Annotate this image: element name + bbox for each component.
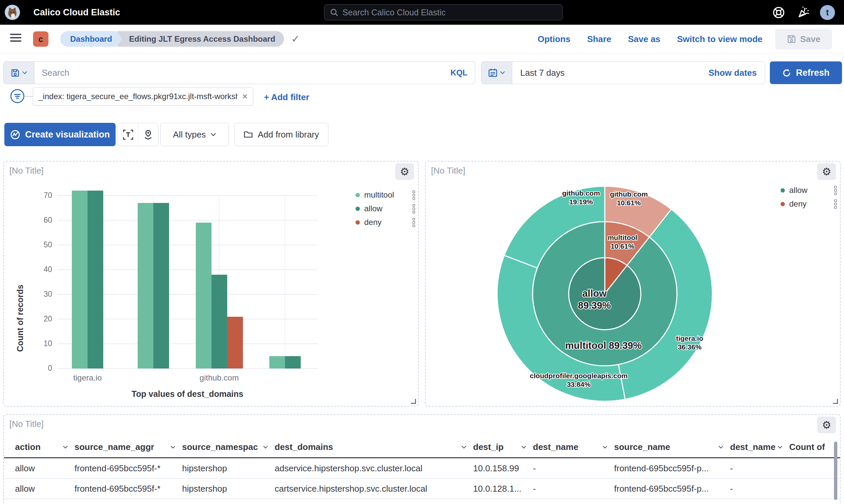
remove-filter-icon[interactable]: × (242, 91, 247, 102)
chevron-down-icon (500, 71, 505, 74)
menu-icon[interactable] (10, 34, 21, 42)
bar-segment-allow[interactable] (211, 275, 227, 368)
table-cell: frontend-695bcc595f-* (74, 484, 182, 494)
bar-segment-multitool[interactable] (72, 191, 88, 368)
chevron-down-icon (22, 71, 28, 74)
saved-query-menu[interactable] (4, 62, 34, 84)
add-map-button[interactable] (138, 123, 158, 146)
share-button[interactable]: Share (587, 34, 611, 44)
bar-segment-multitool[interactable] (196, 223, 211, 368)
legend-item-allow[interactable]: allow (780, 185, 837, 195)
column-header-source_namespac[interactable]: source_namespac (182, 442, 275, 452)
panel-settings-gear-icon[interactable]: ⚙ (817, 417, 836, 433)
table-scrollbar[interactable] (834, 442, 837, 500)
query-language-button[interactable]: KQL (450, 68, 475, 77)
legend-actions-icon[interactable] (413, 191, 415, 200)
saved-query-disk-icon (11, 68, 20, 77)
legend-dot (356, 220, 360, 224)
text-markup-icon (123, 129, 133, 140)
global-search[interactable] (324, 4, 563, 20)
user-avatar[interactable]: t (820, 5, 835, 20)
legend-item-deny[interactable]: deny (780, 199, 837, 209)
kql-search-input[interactable] (34, 62, 450, 84)
date-picker-group: Last 7 days Show dates (481, 61, 765, 84)
table-row: allowfrontend-695bcc595f-*hipstershopcar… (4, 479, 840, 499)
legend-dot (356, 206, 360, 211)
bar-segment-multitool[interactable] (138, 203, 153, 368)
legend-actions-icon[interactable] (413, 204, 415, 213)
chevron-down-icon (210, 133, 216, 137)
filter-menu-icon[interactable] (10, 89, 25, 104)
legend-actions-icon[interactable] (834, 200, 837, 209)
legend-dot (356, 193, 360, 197)
y-axis-tick: 40 (31, 265, 52, 274)
table-panel: [No Title] ⚙ actionsource_name_aggrsourc… (3, 414, 841, 504)
legend-item-allow[interactable]: allow (356, 204, 415, 213)
help-icon[interactable] (773, 6, 785, 19)
column-header-Count of[interactable]: Count of (789, 442, 839, 452)
options-button[interactable]: Options (538, 34, 570, 44)
legend-label: allow (364, 204, 383, 213)
column-header-dest_name[interactable]: dest_name (730, 442, 789, 452)
map-pin-layers-icon (143, 129, 153, 140)
table-cell: hipstershop (182, 463, 275, 474)
breadcrumb-current: Editing JLT Egress Access Dashboard (118, 31, 284, 47)
legend-item-deny[interactable]: deny (356, 218, 415, 227)
all-types-dropdown[interactable]: All types (160, 123, 229, 146)
add-filter-button[interactable]: + Add filter (264, 92, 309, 103)
add-text-button[interactable] (118, 123, 138, 146)
y-axis-tick: 30 (31, 290, 52, 299)
save-button[interactable]: Save (775, 29, 832, 49)
column-header-source_name[interactable]: source_name (614, 442, 730, 452)
quick-add-group (118, 123, 158, 146)
table-cell: - (730, 484, 789, 494)
refresh-button[interactable]: Refresh (770, 61, 842, 84)
breadcrumb-dashboard[interactable]: Dashboard (60, 31, 117, 47)
add-from-library-button[interactable]: Add from library (234, 123, 328, 146)
save-as-button[interactable]: Save as (628, 34, 660, 44)
table-cell: - (533, 463, 614, 474)
panel-settings-gear-icon[interactable]: ⚙ (817, 163, 836, 180)
date-picker-menu[interactable] (481, 62, 512, 84)
y-axis-tick: 50 (31, 240, 52, 249)
refresh-icon (782, 68, 791, 77)
calico-cat-logo (5, 5, 20, 20)
bar-segment-multitool[interactable] (269, 356, 285, 368)
nav-actions: Options Share Save as Switch to view mod… (538, 25, 762, 53)
calendar-icon (488, 68, 498, 77)
bar-segment-allow[interactable] (285, 356, 301, 368)
create-visualization-button[interactable]: Create visualization (4, 123, 116, 146)
y-axis-title: Count of records (15, 212, 25, 352)
top-app-bar: Calico Cloud Elastic t (0, 0, 844, 25)
table-cell: hipstershop (182, 484, 275, 494)
table-cell: allow (15, 463, 74, 474)
column-header-dest_name[interactable]: dest_name (533, 442, 614, 452)
legend-actions-icon[interactable] (413, 218, 415, 227)
switch-view-mode-button[interactable]: Switch to view mode (677, 34, 762, 44)
filter-connector (25, 96, 33, 97)
query-input-group: KQL (3, 61, 475, 84)
bar-segment-allow[interactable] (88, 191, 103, 368)
table-cell: allow (15, 484, 74, 494)
column-header-action[interactable]: action (15, 442, 74, 452)
legend-item-multitool[interactable]: multitool (356, 190, 415, 200)
legend-label: deny (364, 218, 382, 227)
global-search-input[interactable] (343, 8, 557, 17)
legend-actions-icon[interactable] (834, 186, 837, 195)
filter-pill[interactable]: _index: tigera_secure_ee_flows.pkgr91xc.… (33, 87, 253, 106)
show-dates-button[interactable]: Show dates (709, 68, 765, 78)
time-range-value[interactable]: Last 7 days (512, 68, 565, 78)
panel-title: [No Title] (10, 419, 44, 429)
space-badge[interactable]: c (33, 31, 49, 47)
bar-segment-allow[interactable] (153, 203, 169, 368)
panel-resize-handle[interactable] (411, 399, 416, 404)
column-header-source_name_aggr[interactable]: source_name_aggr (74, 442, 182, 452)
column-header-dest_domains[interactable]: dest_domains (275, 442, 473, 452)
folder-icon (244, 130, 253, 139)
news-feed-icon[interactable] (797, 6, 810, 19)
bar-segment-deny[interactable] (227, 317, 243, 368)
table-cell: 10.0.158.99 (473, 463, 533, 474)
panel-resize-handle[interactable] (833, 399, 838, 404)
column-header-dest_ip[interactable]: dest_ip (473, 442, 533, 452)
nav-bar: c Dashboard Editing JLT Egress Access Da… (0, 25, 844, 53)
